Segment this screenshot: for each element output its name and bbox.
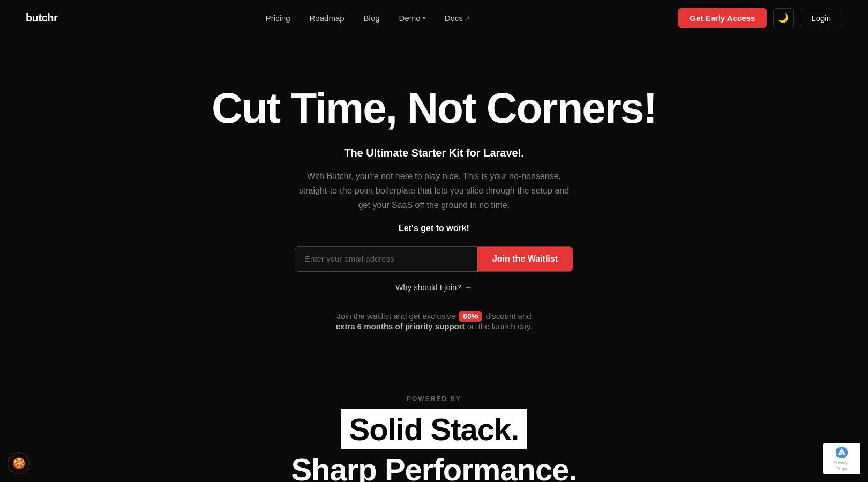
nav-link-demo[interactable]: Demo ▾ — [399, 13, 425, 23]
external-link-icon: ↗ — [465, 14, 470, 22]
recaptcha-logo-icon — [835, 446, 848, 459]
moon-icon: 🌙 — [778, 13, 789, 23]
brand-logo[interactable]: butchr — [26, 12, 57, 24]
powered-section: POWERED BY Solid Stack. Sharp Performanc… — [0, 363, 868, 482]
demo-chevron-icon: ▾ — [423, 15, 425, 21]
nav-links: Pricing Roadmap Blog Demo ▾ Docs ↗ — [266, 13, 470, 23]
hero-section: Cut Time, Not Corners! The Ultimate Star… — [0, 36, 868, 363]
powered-line1-wrapper: Solid Stack. — [341, 409, 528, 451]
hero-description: With Butchr, you're not here to play nic… — [295, 169, 573, 213]
nav-link-blog[interactable]: Blog — [364, 13, 380, 23]
nav-link-pricing[interactable]: Pricing — [266, 13, 290, 23]
navbar-actions: Get Early Access 🌙 Login — [678, 8, 842, 28]
recaptcha-badge: Privacy · Terms — [823, 443, 860, 474]
theme-toggle-button[interactable]: 🌙 — [773, 8, 794, 28]
join-waitlist-button[interactable]: Join the Waitlist — [477, 247, 573, 271]
arrow-right-icon: → — [465, 283, 473, 292]
nav-link-docs[interactable]: Docs ↗ — [445, 13, 470, 23]
nav-link-roadmap[interactable]: Roadmap — [310, 13, 345, 23]
hero-subtitle: The Ultimate Starter Kit for Laravel. — [344, 147, 524, 159]
powered-label: POWERED BY — [407, 395, 461, 403]
powered-solid-stack: Solid Stack. — [341, 409, 528, 449]
hero-title: Cut Time, Not Corners! — [212, 85, 656, 132]
login-button[interactable]: Login — [800, 9, 842, 27]
navbar: butchr Pricing Roadmap Blog Demo ▾ Docs … — [0, 0, 868, 36]
why-join-link[interactable]: Why should I join? → — [395, 283, 473, 292]
promo-badge: 60% — [459, 311, 482, 322]
cookie-consent-icon[interactable]: 🍪 — [8, 452, 30, 474]
hero-promo-text: Join the waitlist and get exclusive 60% … — [336, 311, 533, 331]
promo-bold-text: extra 6 months of priority support — [336, 322, 465, 331]
hero-cta-text: Let's get to work! — [399, 224, 469, 233]
powered-sharp-perf: Sharp Performance. — [291, 451, 577, 482]
svg-point-2 — [841, 453, 843, 455]
cookie-icon: 🍪 — [12, 457, 26, 470]
email-input[interactable] — [295, 247, 477, 271]
hero-email-form: Join the Waitlist — [295, 246, 573, 272]
early-access-button[interactable]: Get Early Access — [678, 8, 767, 28]
recaptcha-text: Privacy · Terms — [827, 460, 856, 471]
